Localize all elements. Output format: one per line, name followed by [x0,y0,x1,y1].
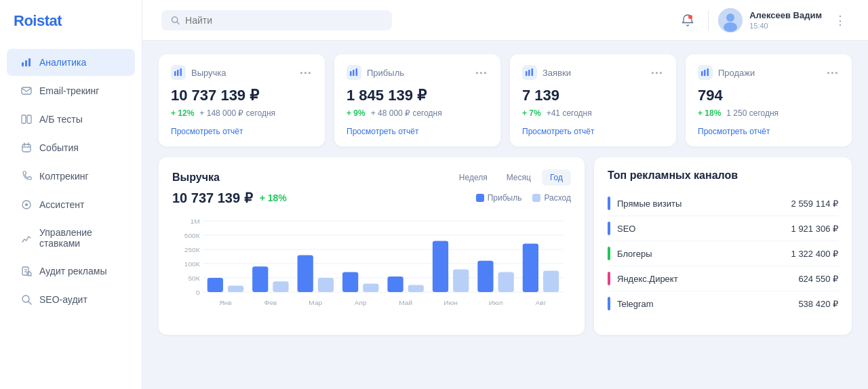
sidebar-item-events[interactable]: События [7,134,135,161]
kpi-menu-revenue[interactable]: ⋯ [299,66,313,79]
kpi-card-header-revenue: Выручка ⋯ [171,65,313,80]
svg-point-24 [724,22,737,32]
notification-bell[interactable] [677,9,698,31]
svg-rect-3 [22,87,31,94]
sidebar-item-ab[interactable]: А/Б тесты [7,106,135,133]
kpi-pct-sales: + 18% [698,108,721,118]
svg-rect-61 [387,277,403,292]
svg-rect-71 [543,271,559,293]
kpi-link-leads[interactable]: Просмотреть отчёт [522,127,595,136]
svg-rect-58 [342,272,358,292]
svg-rect-70 [523,244,538,292]
kpi-pct-revenue: + 12% [171,108,194,118]
main-area: Алексеев Вадим 15:40 ⋮ Выручка ⋯ 10 737 … [142,0,868,389]
svg-rect-34 [701,71,703,76]
kpi-link-sales[interactable]: Просмотреть отчёт [698,127,770,136]
kpi-card-header-leads: Заявки ⋯ [522,65,664,80]
svg-rect-31 [526,71,528,76]
more-menu-icon[interactable]: ⋮ [831,10,849,30]
svg-line-16 [31,275,31,276]
channel-name: SEO [617,224,785,234]
sidebar-label-seo: SEO-аудит [39,294,87,305]
legend-dot [532,194,540,202]
legend-item-Расход: Расход [532,193,571,203]
chart-card: Выручка НеделяМесяцГод 10 737 139 ₽ + 18… [159,157,585,335]
header: Алексеев Вадим 15:40 ⋮ [142,0,868,41]
sidebar-item-assistant[interactable]: Ассистент [7,191,135,218]
channel-value: 538 420 ₽ [798,299,838,309]
email-icon [20,85,33,97]
legend-item-Прибыль: Прибыль [476,193,522,203]
chart-svg: 1М500К250К100К50К0ЯнвФевМарАпрМайИюнИюлА… [172,214,571,323]
svg-point-17 [22,295,29,302]
header-divider [708,10,709,30]
kpi-card-profit: Прибыль ⋯ 1 845 139 ₽ + 9% + 48 000 ₽ се… [334,54,500,146]
sidebar-nav: АналитикаEmail-трекингА/Б тестыСобытияКо… [0,42,142,320]
kpi-menu-profit[interactable]: ⋯ [475,66,488,79]
svg-text:50К: 50К [188,275,200,282]
sidebar-item-audit[interactable]: Аудит рекламы [7,258,135,285]
sidebar-label-audit: Аудит рекламы [39,266,107,277]
sidebar-item-email[interactable]: Email-трекинг [7,77,135,104]
kpi-card-revenue: Выручка ⋯ 10 737 139 ₽ + 12% + 148 000 ₽… [159,54,325,146]
channel-bar [608,222,610,235]
svg-rect-52 [252,266,268,292]
svg-point-15 [27,272,31,276]
kpi-delta-profit: + 48 000 ₽ сегодня [371,108,442,118]
channel-item-telegram: Telegram 538 420 ₽ [608,291,838,316]
sidebar-item-calltracking[interactable]: Колтрекинг [7,163,135,190]
channels-title: Топ рекламных каналов [608,169,838,182]
svg-text:Май: Май [399,300,412,306]
kpi-row: Выручка ⋯ 10 737 139 ₽ + 12% + 148 000 ₽… [159,54,852,146]
bid-icon [20,232,33,244]
search-box[interactable] [161,10,392,30]
events-icon [20,142,33,154]
chart-tab-неделя[interactable]: Неделя [451,169,496,186]
kpi-card-sales: Продажи ⋯ 794 + 18% 1 250 сегодня Просмо… [686,54,852,146]
svg-rect-26 [177,70,179,76]
kpi-title-revenue: Выручка [191,68,294,78]
kpi-title-profit: Прибыль [367,68,469,78]
kpi-icon-profit [347,65,361,80]
svg-line-20 [177,22,179,24]
svg-rect-25 [174,71,176,76]
sidebar-item-analytics[interactable]: Аналитика [7,49,135,76]
logo: Roistat [0,0,142,42]
kpi-delta-revenue: + 148 000 ₽ сегодня [199,108,275,118]
kpi-icon-revenue [171,65,186,80]
channel-name: Telegram [617,299,791,309]
kpi-meta-sales: + 18% 1 250 сегодня [698,108,840,118]
kpi-value-profit: 1 845 139 ₽ [347,87,488,104]
search-icon [171,16,180,25]
svg-rect-2 [28,58,31,66]
sidebar-item-seo[interactable]: SEO-аудит [7,286,135,313]
chart-title: Выручка [172,171,220,184]
svg-rect-59 [363,283,378,292]
kpi-meta-revenue: + 12% + 148 000 ₽ сегодня [171,108,313,118]
kpi-icon-leads [522,65,537,80]
kpi-link-revenue[interactable]: Просмотреть отчёт [171,127,243,136]
svg-rect-53 [273,281,288,292]
svg-text:Апр: Апр [355,300,367,306]
svg-rect-6 [22,144,31,152]
svg-text:Июн: Июн [443,300,458,306]
chart-icon [20,56,33,68]
kpi-link-profit[interactable]: Просмотреть отчёт [347,127,419,136]
legend-dot [476,194,484,202]
kpi-menu-leads[interactable]: ⋯ [650,66,664,79]
user-info[interactable]: Алексеев Вадим 15:40 [718,8,822,33]
svg-rect-32 [528,70,530,76]
chart-tab-год[interactable]: Год [542,169,571,186]
search-input[interactable] [185,15,382,26]
chart-tab-месяц[interactable]: Месяц [498,169,539,186]
channel-item-яндекс.директ: Яндекс.Директ 624 550 ₽ [608,266,838,291]
kpi-icon-sales [698,65,713,80]
svg-text:Фев: Фев [264,300,277,306]
kpi-menu-sales[interactable]: ⋯ [826,66,840,79]
kpi-meta-profit: + 9% + 48 000 ₽ сегодня [347,108,488,118]
channel-value: 1 322 400 ₽ [791,249,838,259]
chart-main-value: 10 737 139 ₽ [172,190,253,206]
bottom-row: Выручка НеделяМесяцГод 10 737 139 ₽ + 18… [159,157,852,335]
sidebar-label-assistant: Ассистент [39,199,84,210]
sidebar-item-bidmanager[interactable]: Управление ставками [7,220,135,256]
